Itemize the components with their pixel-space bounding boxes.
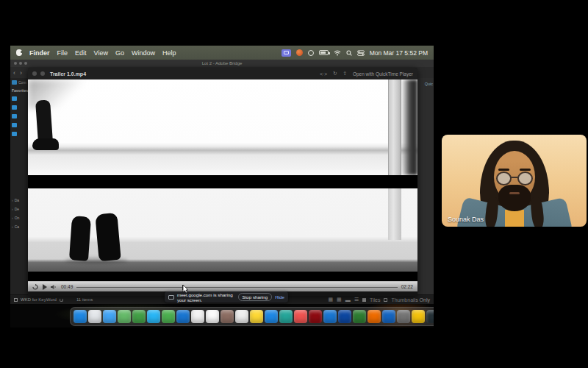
dock-icon-chrome[interactable] (412, 310, 425, 323)
dock-icon-finder[interactable] (74, 310, 87, 323)
dock-icon-netflix[interactable] (309, 310, 322, 323)
dock-icon-app-store[interactable] (323, 310, 337, 323)
stop-sharing-button[interactable]: Stop sharing (238, 293, 273, 301)
letterbox-band (28, 175, 417, 188)
dock-icon-app-cyan[interactable] (147, 310, 160, 323)
dock-icon-notes[interactable] (250, 310, 263, 323)
shared-screen: Finder FileEditViewGoWindowHelp Mon Mar … (10, 46, 434, 328)
dock-icon-photos[interactable] (191, 310, 204, 323)
glasses-icon (517, 171, 533, 185)
share-icon[interactable]: ⇪ (343, 71, 346, 77)
back-button[interactable]: ‹ (13, 69, 15, 77)
grid-view-icon[interactable]: ▦ (328, 297, 333, 302)
screen-share-indicator-icon[interactable] (282, 49, 291, 57)
dock (70, 307, 434, 326)
dock-icon-app-blue2[interactable] (382, 310, 395, 323)
dock-icon-app-teal[interactable] (279, 310, 293, 323)
menu-bar: Finder FileEditViewGoWindowHelp Mon Mar … (10, 46, 434, 60)
active-app-name[interactable]: Finder (29, 49, 50, 57)
rotate-icon[interactable]: ↻ (333, 71, 337, 77)
tiles-checkbox[interactable] (362, 298, 366, 302)
sidebar-folder-item[interactable] (10, 112, 28, 121)
filmstrip-view-icon[interactable]: ▬ (345, 297, 351, 302)
dock-icon-calendar[interactable] (206, 310, 219, 323)
preview-close-icon[interactable] (32, 71, 37, 76)
menu-go[interactable]: Go (115, 49, 124, 57)
folder-icon (12, 132, 17, 136)
video-content[interactable] (28, 79, 417, 281)
dock-icon-mail[interactable] (265, 310, 278, 323)
sidebar-folder-item[interactable] (10, 103, 28, 112)
computer-icon (12, 80, 17, 85)
dock-icon-globe[interactable] (397, 310, 410, 323)
filter-label: WKD for KeyWord (21, 297, 57, 302)
control-center-icon[interactable] (357, 50, 365, 56)
sidebar-item-computer[interactable]: Com (10, 78, 28, 87)
sidebar-folder-item[interactable] (10, 94, 28, 103)
clock-icon[interactable] (308, 50, 314, 56)
mouse-cursor (182, 285, 190, 294)
dock-icon-app-blue[interactable] (103, 310, 116, 323)
thumbnails-only-checkbox[interactable] (384, 298, 387, 302)
preview-header: Trailer 1.0.mp4 <·> ↻ ⇪ Open with QuickT… (28, 68, 417, 79)
participant-video-tile[interactable]: Sounak Das (442, 135, 587, 227)
media-preview-panel: Trailer 1.0.mp4 <·> ↻ ⇪ Open with QuickT… (28, 68, 417, 296)
hide-banner-link[interactable]: Hide (275, 294, 284, 300)
dock-icon-launchpad[interactable] (88, 310, 101, 323)
sidebar-group-da[interactable]: ›Da (10, 196, 28, 205)
wifi-icon[interactable] (334, 50, 341, 56)
dock-icon-app-navy[interactable] (338, 310, 351, 323)
menu-file[interactable]: File (57, 49, 68, 57)
sock-foot-shape (32, 138, 59, 150)
dock-icon-app-light[interactable] (235, 310, 248, 323)
menu-view[interactable]: View (94, 49, 108, 57)
dock-icon-facetime[interactable] (162, 310, 175, 323)
menu-bar-clock[interactable]: Mon Mar 17 5:52 PM (370, 49, 428, 57)
dock-icon-adobe-orange[interactable] (368, 310, 381, 323)
menu-window[interactable]: Window (132, 49, 155, 57)
sidebar-folder-item[interactable] (10, 121, 28, 130)
sidebar-group-de[interactable]: ›De (10, 205, 28, 213)
sidebar-favorites-header: Favorites (10, 87, 28, 94)
screen-icon (168, 295, 174, 300)
volume-icon[interactable] (51, 284, 57, 290)
forward-button[interactable]: › (20, 69, 22, 77)
play-button[interactable] (42, 284, 47, 290)
dock-icon-folder-brown[interactable] (220, 310, 234, 323)
folder-icon (12, 96, 17, 101)
apple-menu-icon[interactable] (16, 49, 22, 56)
embed-code-icon[interactable]: <·> (320, 71, 327, 77)
spotlight-icon[interactable] (346, 50, 352, 56)
participant-name: Sounak Das (448, 216, 484, 223)
dock-icon-photoshop-dark[interactable] (426, 310, 434, 323)
preview-filename: Trailer 1.0.mp4 (50, 71, 86, 77)
video-frame-top (28, 79, 417, 175)
dock-icon-excel[interactable] (353, 310, 366, 323)
filter-checkbox[interactable] (14, 298, 18, 302)
menu-help[interactable]: Help (162, 49, 176, 57)
grid-large-view-icon[interactable]: ▦ (337, 297, 342, 302)
person-eyebrow (498, 169, 509, 171)
person-beard (498, 185, 531, 211)
player-controls: 00:49 02:22 (28, 281, 417, 291)
leg-blur-shape (401, 79, 417, 175)
menu-edit[interactable]: Edit (75, 49, 87, 57)
bridge-sidebar: Com Favorites ›Da›De›On›Ca (10, 78, 28, 294)
bridge-titlebar[interactable]: Lot 2 - Adobe Bridge (10, 60, 434, 67)
open-with-quicktime-button[interactable]: Open with QuickTime Player (353, 71, 413, 77)
sidebar-group-on[interactable]: ›On (10, 213, 28, 222)
dock-icon-app-green[interactable] (118, 310, 131, 323)
preview-zoom-icon[interactable] (40, 71, 45, 76)
list-view-icon[interactable]: ☰ (354, 297, 359, 302)
right-panel-partial-label: Quic (425, 82, 433, 86)
dock-icon-music[interactable] (294, 310, 307, 323)
battery-icon[interactable] (319, 50, 329, 55)
sidebar-group-ca[interactable]: ›Ca (10, 222, 28, 231)
sidebar-folder-item[interactable] (10, 130, 28, 138)
dock-icon-messages[interactable] (132, 310, 146, 323)
dock-icon-safari[interactable] (176, 310, 190, 323)
record-indicator-icon[interactable] (296, 49, 303, 56)
seek-bar[interactable] (76, 284, 397, 290)
glasses-icon (496, 171, 512, 185)
loop-icon[interactable] (32, 284, 38, 290)
